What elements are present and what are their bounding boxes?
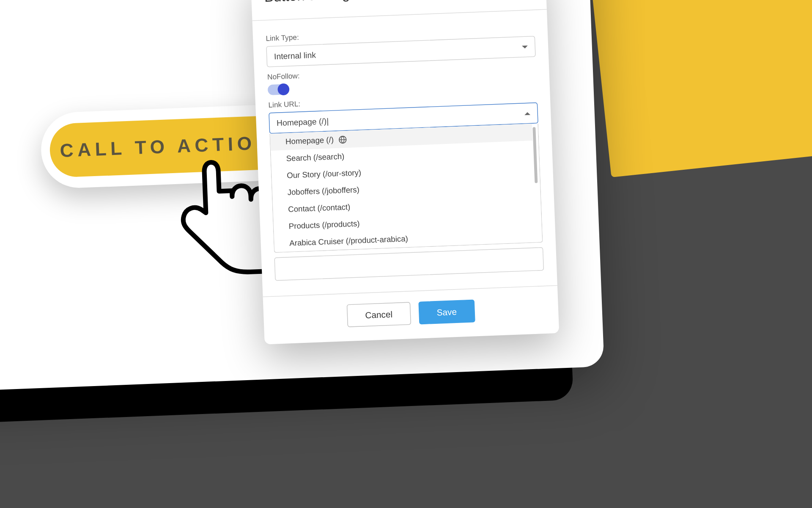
cancel-label: Cancel <box>365 309 392 320</box>
option-label: Search (/search) <box>286 152 344 163</box>
save-button[interactable]: Save <box>418 300 475 325</box>
button-setting-modal: Button setting Link Type: Internal link … <box>250 0 559 345</box>
chevron-down-icon <box>522 45 528 48</box>
link-url-value: Homepage (/)| <box>277 116 329 128</box>
modal-title: Button setting <box>264 0 350 6</box>
option-label: Arabica Cruiser (/product-arabica) <box>289 234 408 247</box>
chevron-up-icon <box>524 112 530 115</box>
option-label: Our Story (/our-story) <box>287 168 362 179</box>
nofollow-toggle[interactable] <box>268 84 289 95</box>
extra-field[interactable] <box>274 247 544 281</box>
globe-icon <box>338 135 347 144</box>
link-url-dropdown: Homepage (/) Search (/search) Our Story … <box>269 124 543 253</box>
option-label: Homepage (/) <box>285 135 334 146</box>
option-label: Products (/products) <box>288 219 359 231</box>
option-label: Joboffers (/joboffers) <box>287 185 359 197</box>
option-label: Contact (/contact) <box>288 203 351 214</box>
link-type-value: Internal link <box>274 50 316 61</box>
cancel-button[interactable]: Cancel <box>347 302 411 327</box>
main-card: CALL TO ACTION Button setting Link Type:… <box>0 0 604 392</box>
decorative-yellow-block <box>587 0 812 177</box>
save-label: Save <box>436 306 457 317</box>
toggle-knob <box>277 83 290 96</box>
